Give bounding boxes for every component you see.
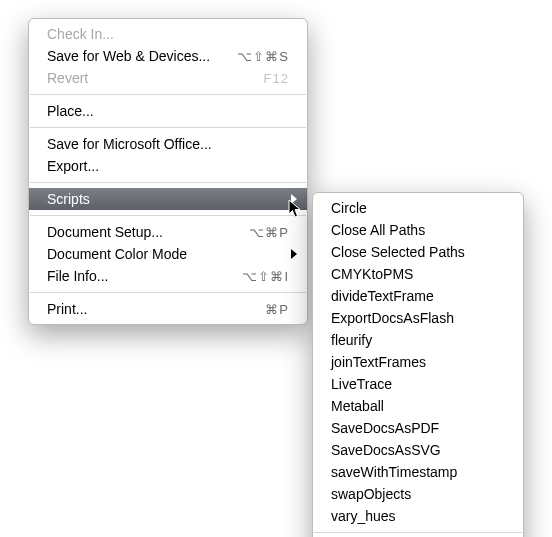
menu-separator [30, 127, 306, 128]
menu-label: File Info... [47, 268, 108, 284]
menu-item-export[interactable]: Export... [29, 155, 307, 177]
script-item-save-docs-as-svg[interactable]: SaveDocsAsSVG [313, 439, 523, 461]
script-item-cmyk-to-pms[interactable]: CMYKtoPMS [313, 263, 523, 285]
menu-label: Export... [47, 158, 99, 174]
script-item-vary-hues[interactable]: vary_hues [313, 505, 523, 527]
script-item-save-docs-as-pdf[interactable]: SaveDocsAsPDF [313, 417, 523, 439]
menu-label: SaveDocsAsSVG [331, 442, 441, 458]
menu-shortcut: ⌘P [265, 302, 289, 317]
menu-item-save-for-web[interactable]: Save for Web & Devices... ⌥⇧⌘S [29, 45, 307, 67]
menu-label: Save for Microsoft Office... [47, 136, 212, 152]
menu-label: Circle [331, 200, 367, 216]
menu-item-print[interactable]: Print... ⌘P [29, 298, 307, 320]
script-item-save-with-timestamp[interactable]: saveWithTimestamp [313, 461, 523, 483]
menu-label: Place... [47, 103, 94, 119]
menu-label: SaveDocsAsPDF [331, 420, 439, 436]
menu-separator [314, 532, 522, 533]
menu-label: divideTextFrame [331, 288, 434, 304]
menu-label: CMYKtoPMS [331, 266, 413, 282]
menu-item-revert: Revert F12 [29, 67, 307, 89]
menu-label: Revert [47, 70, 88, 86]
menu-label: vary_hues [331, 508, 396, 524]
menu-label: Metaball [331, 398, 384, 414]
script-item-export-docs-as-flash[interactable]: ExportDocsAsFlash [313, 307, 523, 329]
menu-label: LiveTrace [331, 376, 392, 392]
menu-label: fleurify [331, 332, 372, 348]
menu-separator [30, 182, 306, 183]
menu-label: Check In... [47, 26, 114, 42]
script-item-swap-objects[interactable]: swapObjects [313, 483, 523, 505]
script-item-metaball[interactable]: Metaball [313, 395, 523, 417]
menu-shortcut: ⌥⇧⌘S [237, 49, 289, 64]
menu-shortcut: ⌥⇧⌘I [242, 269, 289, 284]
menu-separator [30, 94, 306, 95]
menu-item-document-setup[interactable]: Document Setup... ⌥⌘P [29, 221, 307, 243]
menu-label: Print... [47, 301, 87, 317]
menu-label: Save for Web & Devices... [47, 48, 210, 64]
scripts-submenu: Circle Close All Paths Close Selected Pa… [312, 192, 524, 537]
menu-item-check-in: Check In... [29, 23, 307, 45]
menu-item-scripts[interactable]: Scripts [29, 188, 307, 210]
menu-label: Document Color Mode [47, 246, 187, 262]
file-menu: Check In... Save for Web & Devices... ⌥⇧… [28, 18, 308, 325]
submenu-arrow-icon [291, 194, 297, 204]
menu-item-document-color-mode[interactable]: Document Color Mode [29, 243, 307, 265]
menu-label: Close All Paths [331, 222, 425, 238]
submenu-arrow-icon [291, 249, 297, 259]
script-item-circle[interactable]: Circle [313, 197, 523, 219]
menu-label: Close Selected Paths [331, 244, 465, 260]
script-item-fleurify[interactable]: fleurify [313, 329, 523, 351]
menu-item-file-info[interactable]: File Info... ⌥⇧⌘I [29, 265, 307, 287]
script-item-join-text-frames[interactable]: joinTextFrames [313, 351, 523, 373]
menu-item-save-for-ms-office[interactable]: Save for Microsoft Office... [29, 133, 307, 155]
menu-separator [30, 215, 306, 216]
menu-label: joinTextFrames [331, 354, 426, 370]
menu-item-place[interactable]: Place... [29, 100, 307, 122]
script-item-divide-text-frame[interactable]: divideTextFrame [313, 285, 523, 307]
menu-shortcut: ⌥⌘P [249, 225, 289, 240]
menu-label: ExportDocsAsFlash [331, 310, 454, 326]
script-item-live-trace[interactable]: LiveTrace [313, 373, 523, 395]
menu-separator [30, 292, 306, 293]
menu-label: swapObjects [331, 486, 411, 502]
script-item-close-selected-paths[interactable]: Close Selected Paths [313, 241, 523, 263]
menu-label: Scripts [47, 191, 90, 207]
menu-shortcut: F12 [264, 71, 289, 86]
script-item-close-all-paths[interactable]: Close All Paths [313, 219, 523, 241]
menu-label: Document Setup... [47, 224, 163, 240]
menu-label: saveWithTimestamp [331, 464, 457, 480]
